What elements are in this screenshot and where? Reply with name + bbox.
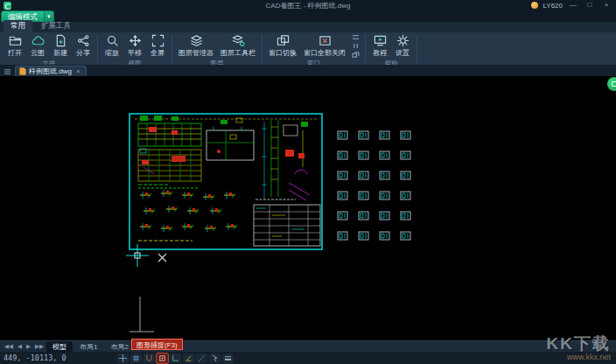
cloud-icon [32, 34, 45, 47]
ribbon-tabbar: 常用 扩展工具 [0, 22, 616, 32]
section-drawing [262, 120, 310, 200]
close-button[interactable]: × [600, 0, 612, 10]
ribbon: 打开 云图 新建 分享 文件 [0, 32, 616, 65]
ucs-axis-icon [130, 297, 154, 332]
open-button-label: 打开 [8, 48, 22, 58]
close-all-windows-label: 窗口全部关闭 [304, 48, 346, 58]
legend-symbols [138, 190, 237, 241]
user-name[interactable]: LY620 [542, 2, 563, 10]
block-symbol-grid [338, 131, 410, 240]
doc-list-icon[interactable] [2, 66, 12, 76]
fullscreen-icon [151, 34, 164, 47]
document-tab-label: 样例图纸.dwg [29, 66, 72, 76]
app-logo-icon [4, 2, 11, 10]
drawing-area[interactable] [0, 76, 616, 340]
cloud-drawings-label: 云图 [31, 48, 45, 58]
snap-toggle[interactable] [144, 354, 155, 363]
gear-icon [396, 34, 410, 47]
layer-toolbar-label: 图层工具栏 [220, 48, 256, 58]
group-separator [97, 35, 98, 63]
window-title: CAD看图王 - 样例图纸.dwg [0, 1, 616, 10]
tab-layout2[interactable]: 布局2 [104, 341, 134, 353]
zoom-button[interactable]: 缩放 [102, 33, 122, 59]
layers-icon [190, 34, 203, 47]
new-file-icon [54, 34, 67, 47]
minimize-button[interactable]: — [567, 0, 579, 10]
dynamic-input-toggle[interactable] [209, 354, 220, 363]
next-layout-icon[interactable]: ▶ [24, 343, 32, 350]
fullscreen-label: 全屏 [150, 48, 164, 58]
share-label: 分享 [76, 48, 90, 58]
snap-tooltip: 图形捕捉(F3) [131, 339, 183, 350]
user-avatar[interactable] [531, 2, 538, 9]
pan-label: 平移 [128, 48, 142, 58]
tab-layout1[interactable]: 布局1 [74, 341, 103, 353]
titlebar: CAD看图王 - 样例图纸.dwg LY620 — □ × [0, 0, 616, 10]
tutorial-icon [374, 34, 387, 47]
window-switch-button[interactable]: 窗口切换 [266, 33, 299, 59]
group-separator [172, 35, 172, 63]
tab-close-icon[interactable]: × [74, 68, 80, 75]
new-file-label: 新建 [53, 48, 67, 58]
close-all-windows-button[interactable]: 窗口全部关闭 [301, 33, 348, 59]
group-separator [416, 35, 417, 63]
status-bar: 449, -10113, 0 [0, 352, 616, 364]
tile-horizontal-mini-button[interactable] [350, 33, 361, 41]
ortho-toggle[interactable] [170, 354, 181, 363]
cloud-drawings-button[interactable]: 云图 [27, 33, 48, 59]
fullscreen-button[interactable]: 全屏 [147, 33, 168, 59]
prev-layout-icon[interactable]: ◀ [16, 343, 24, 350]
ribbon-group-file: 打开 云图 新建 分享 文件 [2, 33, 96, 65]
maximize-button[interactable]: □ [584, 0, 596, 10]
first-layout-icon[interactable]: ◀◀ [3, 343, 15, 350]
layer-tools-icon [232, 34, 245, 47]
window-mini-tools [350, 33, 361, 59]
crosshair-toggle[interactable] [117, 354, 129, 363]
tile-vertical-mini-button[interactable] [350, 42, 361, 50]
status-toggles [117, 354, 234, 363]
ribbon-group-window: 窗口切换 窗口全部关闭 窗口 [263, 33, 364, 65]
document-tab[interactable]: 样例图纸.dwg × [15, 66, 87, 76]
cad-app-window: CAD看图王 - 样例图纸.dwg LY620 — □ × 编辑模式 ▾ 常用 … [0, 0, 616, 364]
share-button[interactable]: 分享 [73, 33, 94, 59]
settings-button[interactable]: 设置 [392, 33, 413, 59]
window-switch-icon [276, 34, 290, 47]
tab-extended-tools[interactable]: 扩展工具 [34, 20, 78, 32]
group-separator [365, 35, 366, 63]
ribbon-group-view: 缩放 平移 全屏 视图 [99, 33, 171, 65]
open-button[interactable]: 打开 [4, 33, 25, 59]
layer-manager-label: 图层管理器 [178, 48, 214, 58]
settings-label: 设置 [396, 48, 410, 58]
polar-toggle[interactable] [183, 354, 194, 363]
lineweight-toggle[interactable] [222, 354, 234, 363]
pan-icon [129, 34, 142, 47]
zoom-icon [106, 34, 119, 47]
tutorial-label: 教程 [373, 48, 387, 58]
pan-button[interactable]: 平移 [124, 33, 145, 59]
ribbon-group-layers: 图层管理器 图层工具栏 图层 [173, 33, 261, 65]
object-track-toggle[interactable] [196, 354, 207, 363]
document-tabbar: 样例图纸.dwg × [0, 65, 616, 76]
layer-toolbar-button[interactable]: 图层工具栏 [218, 33, 258, 59]
feedback-float-button[interactable] [607, 77, 616, 91]
layout-tabbar: ◀◀ ◀ ▶ ▶▶ 模型 布局1 布局2 [0, 340, 616, 352]
cascade-mini-button[interactable] [350, 51, 361, 59]
last-layout-icon[interactable]: ▶▶ [33, 343, 46, 350]
erase-mark [158, 254, 166, 262]
cursor-coordinates: 449, -10113, 0 [4, 354, 66, 362]
cad-drawing[interactable] [0, 76, 616, 340]
group-separator [262, 35, 262, 63]
layer-manager-button[interactable]: 图层管理器 [176, 33, 216, 59]
tutorial-button[interactable]: 教程 [369, 33, 390, 59]
object-snap-toggle[interactable] [157, 354, 168, 363]
grid-toggle[interactable] [130, 354, 142, 363]
feedback-icon [612, 81, 616, 87]
tab-common[interactable]: 常用 [4, 20, 32, 32]
new-file-button[interactable]: 新建 [50, 33, 71, 59]
zoom-label: 缩放 [105, 48, 119, 58]
tab-model[interactable]: 模型 [46, 341, 73, 353]
window-close-all-icon [318, 34, 332, 47]
ribbon-group-help: 教程 设置 帮助 [367, 33, 416, 65]
titleblock-table [254, 200, 320, 246]
share-icon [77, 34, 90, 47]
